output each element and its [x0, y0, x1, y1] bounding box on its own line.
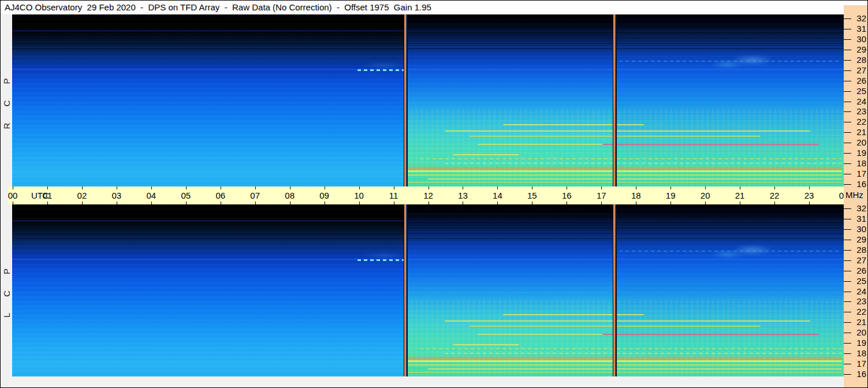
hour-label: 22: [770, 191, 780, 200]
hour-tick: [255, 202, 256, 204]
rfi-line: [619, 61, 840, 62]
hour-tick: [497, 202, 498, 204]
daytime-speckle: [405, 109, 844, 186]
frequency-axis: MHz 323130292827262524232221201918171632…: [844, 5, 868, 388]
hour-label: 01: [43, 191, 53, 200]
freq-tick: [844, 163, 851, 164]
hour-label: 21: [735, 191, 745, 200]
hour-tick: [532, 186, 532, 189]
data-gap-divider: [613, 14, 617, 186]
top-right-corner: [844, 1, 868, 5]
rfi-line: [357, 259, 405, 261]
hour-tick: [774, 202, 775, 204]
hour-tick: [601, 186, 602, 189]
hour-label: 17: [597, 191, 606, 200]
hour-tick: [13, 202, 13, 204]
freq-label: 17: [852, 169, 866, 178]
hour-tick: [670, 202, 671, 204]
data-gap-divider: [404, 204, 408, 376]
hour-label: 18: [631, 191, 641, 200]
hour-label: 12: [423, 191, 433, 200]
hour-label: 09: [319, 191, 329, 200]
emission-patch: [711, 252, 744, 257]
hour-tick: [774, 186, 775, 189]
freq-label: 29: [852, 234, 866, 244]
freq-tick: [844, 132, 851, 133]
freq-tick: [844, 81, 851, 81]
freq-label: 32: [852, 13, 866, 23]
freq-tick: [844, 18, 851, 19]
freq-label: 26: [852, 76, 866, 85]
freq-label: 17: [852, 359, 866, 368]
hour-tick: [567, 202, 567, 204]
freq-tick: [844, 240, 851, 240]
hour-tick: [809, 186, 810, 189]
freq-label: 31: [852, 214, 866, 223]
freq-tick: [844, 260, 851, 261]
freq-tick: [844, 50, 851, 50]
freq-tick: [844, 229, 851, 230]
hour-label: 23: [804, 191, 814, 200]
hour-label: 15: [527, 191, 537, 200]
hour-label: 07: [250, 191, 260, 200]
freq-tick: [844, 29, 851, 29]
hour-tick: [151, 186, 152, 189]
freq-label: 19: [852, 148, 866, 158]
hour-tick: [186, 186, 187, 189]
hour-tick: [359, 186, 360, 189]
freq-tick: [844, 343, 851, 344]
bottom-strip: [1, 376, 843, 388]
rfi-line: [405, 221, 844, 221]
hour-tick: [117, 186, 117, 189]
freq-label: 21: [852, 317, 866, 327]
hour-label: 06: [215, 191, 225, 200]
freq-tick: [844, 333, 851, 333]
freq-label: 32: [852, 203, 866, 213]
freq-label: 28: [852, 245, 866, 255]
data-gap-divider: [613, 204, 617, 376]
freq-label: 18: [852, 158, 866, 168]
freq-tick: [844, 60, 851, 61]
freq-tick: [844, 374, 851, 375]
freq-label: 28: [852, 55, 866, 65]
hour-label: 05: [181, 191, 191, 200]
freq-label: 22: [852, 307, 866, 316]
freq-tick: [844, 111, 851, 112]
freq-tick: [844, 292, 851, 292]
hour-label: 04: [146, 191, 156, 200]
hour-tick: [325, 186, 325, 189]
freq-label: 31: [852, 24, 866, 33]
dps-spectrograph-window: AJ4CO Observatory 29 Feb 2020 - DPS on T…: [0, 0, 868, 388]
rfi-line: [12, 259, 405, 260]
hour-tick: [740, 202, 740, 204]
hour-tick: [705, 186, 706, 189]
hour-tick: [47, 186, 48, 189]
hour-tick: [429, 202, 429, 204]
hour-label: 19: [666, 191, 676, 200]
freq-label: 25: [852, 86, 866, 96]
hour-tick: [567, 186, 567, 189]
freq-tick: [844, 102, 851, 102]
freq-tick: [844, 208, 851, 209]
spectrogram-panel-rcp: [12, 14, 844, 186]
rfi-line: [357, 69, 405, 71]
hour-tick: [636, 202, 636, 204]
hour-tick: [186, 202, 187, 204]
freq-label: 27: [852, 65, 866, 75]
freq-tick: [844, 312, 851, 312]
hour-tick: [497, 186, 498, 189]
hour-label: 11: [389, 191, 398, 200]
rfi-line: [619, 251, 840, 252]
mhz-label: MHz: [845, 186, 863, 204]
freq-tick: [844, 122, 851, 122]
hour-label: 02: [77, 191, 87, 200]
rfi-line: [12, 31, 405, 31]
hour-label: 10: [354, 191, 364, 200]
hour-tick: [394, 186, 394, 189]
time-axis: UTC 000102030405060708091011121314151617…: [8, 186, 844, 204]
rfi-line: [411, 281, 840, 281]
hour-tick: [255, 186, 256, 189]
hour-tick: [705, 202, 706, 204]
rcp-axis-label: R C P: [2, 72, 12, 129]
freq-tick: [844, 364, 851, 364]
